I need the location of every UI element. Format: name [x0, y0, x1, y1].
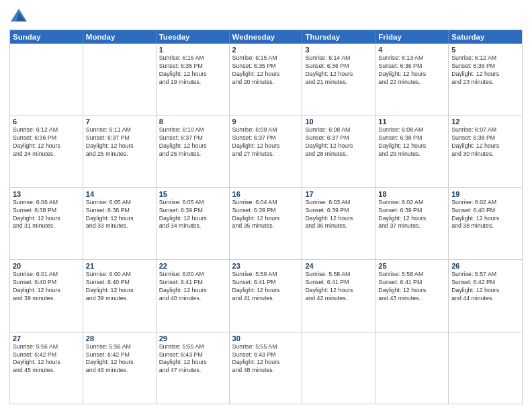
cell-info-line: and 26 minutes. [159, 150, 226, 158]
day-number: 20 [13, 262, 80, 270]
cell-info-line: and 29 minutes. [378, 150, 445, 158]
cell-info-line: Sunset: 6:38 PM [378, 134, 445, 142]
cell-info-line: Sunset: 6:40 PM [451, 207, 519, 215]
cell-info-line: and 39 minutes. [13, 295, 80, 303]
cell-info-line: and 22 minutes. [378, 79, 445, 87]
cell-info-line: Sunset: 6:37 PM [86, 134, 153, 142]
cell-info-line: Sunset: 6:38 PM [451, 134, 519, 142]
cell-info-line: and 47 minutes. [159, 367, 226, 375]
cell-info-line: Sunrise: 6:02 AM [451, 199, 519, 207]
cell-info-line: Daylight: 12 hours [232, 215, 300, 223]
cell-info-line: Daylight: 12 hours [159, 359, 226, 367]
cell-info-line: Daylight: 12 hours [159, 71, 226, 79]
cell-info-line: and 43 minutes. [378, 295, 445, 303]
calendar-day-6: 6Sunrise: 6:12 AMSunset: 6:36 PMDaylight… [10, 116, 83, 187]
day-number: 5 [451, 46, 519, 54]
calendar-day-2: 2Sunrise: 6:15 AMSunset: 6:35 PMDaylight… [230, 44, 303, 115]
day-number: 11 [378, 118, 445, 126]
cell-info-line: and 23 minutes. [451, 79, 519, 87]
day-number: 30 [232, 334, 300, 342]
calendar-day-18: 18Sunrise: 6:02 AMSunset: 6:39 PMDayligh… [375, 188, 449, 259]
weekday-header: Thursday [302, 30, 375, 44]
weekday-header: Monday [83, 30, 157, 44]
calendar-row: 20Sunrise: 6:01 AMSunset: 6:40 PMDayligh… [10, 259, 522, 331]
day-number: 24 [305, 262, 372, 270]
calendar-day-20: 20Sunrise: 6:01 AMSunset: 6:40 PMDayligh… [10, 260, 83, 331]
day-number: 13 [13, 190, 80, 198]
cell-info-line: and 40 minutes. [159, 295, 226, 303]
calendar-day-27: 27Sunrise: 5:56 AMSunset: 6:42 PMDayligh… [10, 332, 83, 404]
cell-info-line: Sunset: 6:37 PM [232, 134, 300, 142]
day-number: 8 [159, 118, 226, 126]
cell-info-line: Sunrise: 6:01 AM [13, 271, 80, 279]
calendar-day-1: 1Sunrise: 6:16 AMSunset: 6:35 PMDaylight… [157, 44, 230, 115]
cell-info-line: Sunset: 6:43 PM [232, 351, 300, 359]
cell-info-line: and 35 minutes. [232, 222, 300, 230]
day-number: 29 [159, 334, 226, 342]
cell-info-line: Daylight: 12 hours [86, 142, 153, 150]
cell-info-line: and 37 minutes. [378, 222, 445, 230]
cell-info-line: Sunset: 6:41 PM [378, 279, 445, 287]
cell-info-line: and 41 minutes. [232, 295, 300, 303]
cell-info-line: Sunset: 6:40 PM [13, 279, 80, 287]
cell-info-line: Sunrise: 5:56 AM [13, 343, 80, 351]
cell-info-line: Sunset: 6:43 PM [159, 351, 226, 359]
day-number: 2 [232, 46, 300, 54]
cell-info-line: Daylight: 12 hours [159, 215, 226, 223]
cell-info-line: and 38 minutes. [451, 222, 519, 230]
cell-info-line: Daylight: 12 hours [232, 287, 300, 295]
calendar-day-23: 23Sunrise: 5:59 AMSunset: 6:41 PMDayligh… [230, 260, 303, 331]
day-number: 16 [232, 190, 300, 198]
cell-info-line: Sunrise: 6:14 AM [305, 54, 372, 62]
cell-info-line: Sunset: 6:41 PM [305, 279, 372, 287]
calendar-empty-cell [449, 332, 522, 404]
calendar-day-8: 8Sunrise: 6:10 AMSunset: 6:37 PMDaylight… [157, 116, 230, 187]
cell-info-line: Sunrise: 6:16 AM [159, 54, 226, 62]
cell-info-line: and 44 minutes. [451, 295, 519, 303]
cell-info-line: and 30 minutes. [451, 150, 519, 158]
cell-info-line: Sunset: 6:37 PM [159, 134, 226, 142]
logo-icon [9, 7, 28, 26]
cell-info-line: Daylight: 12 hours [232, 359, 300, 367]
cell-info-line: and 34 minutes. [159, 222, 226, 230]
calendar-empty-cell [302, 332, 375, 404]
calendar-day-4: 4Sunrise: 6:13 AMSunset: 6:36 PMDaylight… [375, 44, 449, 115]
cell-info-line: Sunrise: 6:06 AM [13, 199, 80, 207]
day-number: 17 [305, 190, 372, 198]
cell-info-line: Sunrise: 5:55 AM [232, 343, 300, 351]
cell-info-line: Daylight: 12 hours [13, 287, 80, 295]
day-number: 7 [86, 118, 153, 126]
calendar-day-14: 14Sunrise: 6:05 AMSunset: 6:38 PMDayligh… [83, 188, 157, 259]
cell-info-line: and 31 minutes. [13, 222, 80, 230]
calendar-day-25: 25Sunrise: 5:58 AMSunset: 6:41 PMDayligh… [375, 260, 449, 331]
calendar-empty-cell [83, 44, 157, 115]
calendar-day-26: 26Sunrise: 5:57 AMSunset: 6:42 PMDayligh… [449, 260, 522, 331]
day-number: 26 [451, 262, 519, 270]
cell-info-line: and 25 minutes. [86, 150, 153, 158]
cell-info-line: Sunset: 6:36 PM [13, 134, 80, 142]
cell-info-line: Sunset: 6:42 PM [86, 351, 153, 359]
cell-info-line: Daylight: 12 hours [305, 142, 372, 150]
cell-info-line: and 27 minutes. [232, 150, 300, 158]
cell-info-line: Daylight: 12 hours [13, 359, 80, 367]
cell-info-line: Daylight: 12 hours [13, 142, 80, 150]
cell-info-line: and 46 minutes. [86, 367, 153, 375]
day-number: 6 [13, 118, 80, 126]
cell-info-line: Sunrise: 5:58 AM [305, 271, 372, 279]
day-number: 22 [159, 262, 226, 270]
day-number: 27 [13, 334, 80, 342]
weekday-header: Wednesday [230, 30, 303, 44]
cell-info-line: Sunrise: 6:09 AM [232, 126, 300, 134]
day-number: 28 [86, 334, 153, 342]
cell-info-line: Sunset: 6:42 PM [13, 351, 80, 359]
day-number: 14 [86, 190, 153, 198]
cell-info-line: Sunrise: 6:12 AM [13, 126, 80, 134]
calendar-day-3: 3Sunrise: 6:14 AMSunset: 6:36 PMDaylight… [302, 44, 375, 115]
cell-info-line: Daylight: 12 hours [86, 359, 153, 367]
calendar-day-29: 29Sunrise: 5:55 AMSunset: 6:43 PMDayligh… [157, 332, 230, 404]
calendar-row: 6Sunrise: 6:12 AMSunset: 6:36 PMDaylight… [10, 115, 522, 187]
header [9, 7, 523, 26]
cell-info-line: Sunset: 6:37 PM [305, 134, 372, 142]
cell-info-line: Daylight: 12 hours [451, 142, 519, 150]
cell-info-line: and 39 minutes. [86, 295, 153, 303]
